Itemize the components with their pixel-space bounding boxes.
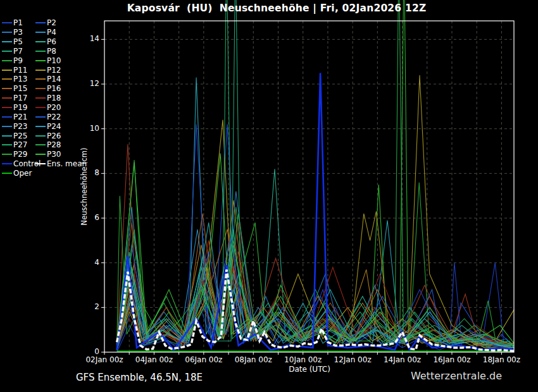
legend-line-swatch <box>35 41 46 42</box>
y-tick-label: 4 <box>74 258 99 267</box>
legend-line-swatch <box>35 70 46 71</box>
legend-line-swatch <box>2 126 12 127</box>
legend-label: P20 <box>47 104 61 111</box>
legend-item-p20: P20 <box>35 103 87 113</box>
legend-line-swatch <box>35 144 46 145</box>
x-tick-label: 08Jan 00z <box>235 355 272 364</box>
legend-label: P18 <box>47 94 61 102</box>
legend-label: P26 <box>47 132 61 140</box>
x-tick-label: 12Jan 00z <box>334 355 372 364</box>
legend-item-p9: P9 <box>2 56 35 65</box>
legend-line-swatch <box>35 60 46 61</box>
legend-line-swatch <box>35 32 46 33</box>
legend-line-swatch <box>2 116 12 118</box>
x-tick-label: 04Jan 00z <box>135 355 173 364</box>
legend-item-p10: P10 <box>35 56 87 65</box>
x-tick-label: 02Jan 00z <box>85 355 123 364</box>
legend-item-p2: P2 <box>35 18 87 28</box>
legend-item-p3: P3 <box>2 28 35 37</box>
legend-line-swatch <box>35 126 46 127</box>
legend-line-swatch <box>2 135 12 137</box>
legend-line-swatch <box>35 107 46 108</box>
legend-line-swatch <box>2 22 12 23</box>
legend-line-swatch <box>35 78 46 80</box>
legend-item-p28: P28 <box>35 140 87 150</box>
legend-line-swatch <box>35 22 46 23</box>
legend-line-swatch <box>2 78 12 80</box>
y-axis-title: Neuschneehöhe (cm) <box>80 148 89 226</box>
legend-line-swatch <box>2 41 12 42</box>
legend-item-p18: P18 <box>35 94 87 103</box>
legend-item-p30: P30 <box>35 150 87 159</box>
legend-line-swatch <box>2 154 12 155</box>
legend-line-swatch <box>2 144 12 145</box>
model-info-label: GFS Ensemble, 46.5N, 18E <box>76 372 203 383</box>
legend-label: P9 <box>13 57 23 64</box>
watermark-label: Wetterzentrale.de <box>411 370 502 382</box>
legend-item-p15: P15 <box>2 84 35 94</box>
x-tick-label: 18Jan 00z <box>483 355 520 364</box>
legend-label: P22 <box>47 113 61 121</box>
y-tick-label: 12 <box>74 79 99 88</box>
legend-label: P12 <box>47 66 61 74</box>
legend-item-p13: P13 <box>2 75 35 84</box>
legend-label: P16 <box>47 85 61 92</box>
page-title: Kaposvár (HU) Neuschneehöhe | Fri, 02Jan… <box>8 3 538 14</box>
legend-item-p7: P7 <box>2 47 35 56</box>
legend-label: P27 <box>13 141 28 149</box>
legend-line-swatch <box>35 163 46 164</box>
legend-label: P6 <box>47 38 56 46</box>
legend-label: P8 <box>47 47 56 55</box>
series-p27 <box>117 0 514 345</box>
legend-line-swatch <box>35 135 46 137</box>
legend-item-p1: P1 <box>2 18 35 28</box>
series-p28 <box>117 0 514 348</box>
legend-line-swatch <box>2 107 12 108</box>
legend-item-p5: P5 <box>2 37 35 47</box>
legend-label: P11 <box>13 66 28 74</box>
legend-line-swatch <box>35 116 46 118</box>
legend-item-p19: P19 <box>2 103 35 113</box>
y-tick-label: 2 <box>74 302 99 311</box>
legend-label: P7 <box>13 47 23 55</box>
legend-line-swatch <box>35 51 46 52</box>
y-tick-label: 0 <box>74 347 99 356</box>
legend-item-control: Control <box>2 159 35 169</box>
legend-label: P19 <box>13 104 28 111</box>
x-axis-title: Date (UTC) <box>289 365 330 374</box>
legend-item-p25: P25 <box>2 131 35 140</box>
legend-label: P1 <box>13 19 23 27</box>
legend-label: P13 <box>13 75 28 83</box>
legend-label: P5 <box>13 38 23 46</box>
legend-label: P25 <box>13 132 28 140</box>
legend-item-p27: P27 <box>2 140 35 150</box>
legend-label: P23 <box>13 123 28 130</box>
legend-label: P2 <box>47 19 56 27</box>
y-tick-label: 10 <box>74 124 99 133</box>
ensemble-chart: Kaposvár (HU) Neuschneehöhe | Fri, 02Jan… <box>0 0 538 392</box>
legend-label: P29 <box>13 150 28 158</box>
legend-line-swatch <box>35 154 46 155</box>
legend-line-swatch <box>2 51 12 52</box>
legend-item-p22: P22 <box>35 112 87 121</box>
legend-line-swatch <box>2 88 12 89</box>
legend-line-swatch <box>2 173 12 174</box>
legend-label: Oper <box>13 169 32 177</box>
series-p7 <box>117 0 514 348</box>
x-tick-label: 06Jan 00z <box>185 355 222 364</box>
legend-line-swatch <box>2 60 12 61</box>
legend-label: P14 <box>47 75 61 83</box>
legend-item-p12: P12 <box>35 65 87 75</box>
legend-item-p11: P11 <box>2 65 35 75</box>
legend-line-swatch <box>35 97 46 99</box>
legend-line-swatch <box>2 97 12 99</box>
x-tick-label: 10Jan 00z <box>284 355 322 364</box>
y-tick-label: 14 <box>74 34 99 43</box>
legend-item-oper: Oper <box>2 169 35 178</box>
legend-label: P15 <box>13 85 28 92</box>
legend-label: P30 <box>47 150 61 158</box>
x-tick-label: 16Jan 00z <box>433 355 470 364</box>
legend-line-swatch <box>2 32 12 33</box>
legend-line-swatch <box>2 70 12 71</box>
legend-item-p21: P21 <box>2 112 35 121</box>
